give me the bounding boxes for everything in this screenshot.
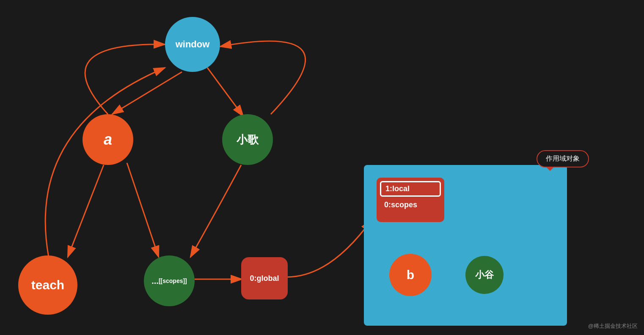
xiaogu-node: 小谷 [465, 256, 504, 294]
scope-local-label: 1:local [380, 181, 441, 197]
speech-bubble: 作用域对象 [537, 150, 589, 168]
window-label: window [176, 39, 210, 50]
xiaoge-node: 小歌 [222, 114, 273, 165]
global-node: 0:global [241, 257, 288, 299]
b-label: b [407, 268, 414, 282]
speech-bubble-text: 作用域对象 [546, 155, 580, 162]
b-node: b [389, 254, 432, 296]
scopes-dots: ... [151, 276, 159, 286]
teach-label: teach [31, 278, 64, 292]
watermark: @稀土掘金技术社区 [588, 322, 638, 330]
teach-node: teach [18, 255, 77, 315]
window-node: window [165, 17, 220, 72]
scope-box: 1:local 0:scopes [364, 165, 567, 326]
xiaogu-label: 小谷 [475, 269, 494, 281]
scope-scopes-label: 0:scopes [380, 198, 441, 211]
scope-inner-box: 1:local 0:scopes [377, 178, 444, 222]
xiaoge-label: 小歌 [237, 132, 259, 147]
global-label: 0:global [250, 274, 279, 283]
scopes-label: [[scopes]] [159, 277, 187, 284]
a-label: a [104, 131, 112, 148]
a-node: a [83, 114, 133, 165]
scopes-node: ... [[scopes]] [144, 255, 195, 306]
watermark-text: @稀土掘金技术社区 [588, 323, 638, 329]
